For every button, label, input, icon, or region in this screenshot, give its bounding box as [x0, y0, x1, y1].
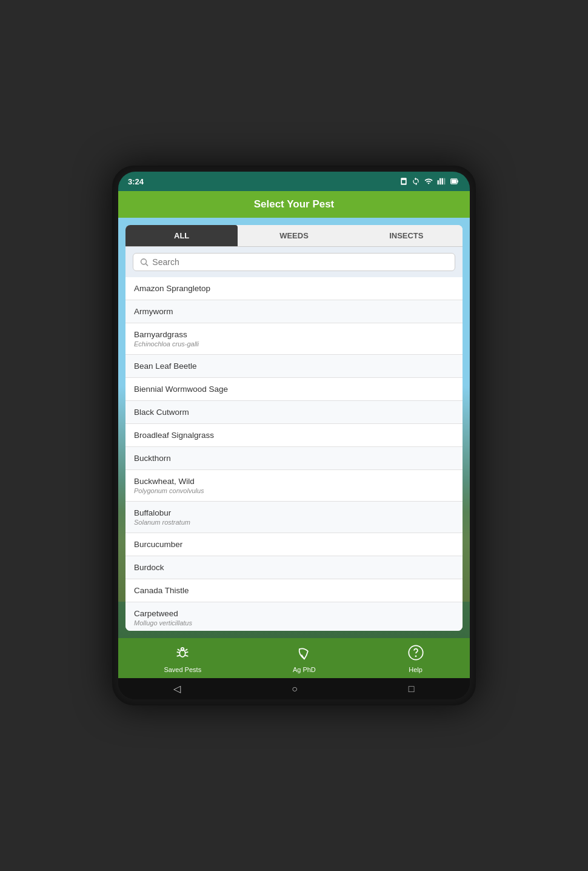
battery-icon [449, 177, 460, 186]
svg-line-14 [185, 656, 189, 656]
signal-icon [437, 177, 446, 186]
pest-list-item[interactable]: Buckwheat, WildPolygonum convolvulus [125, 470, 463, 502]
pest-name: Broadleaf Signalgrass [134, 431, 454, 440]
app-header: Select Your Pest [118, 191, 470, 218]
pest-list[interactable]: Amazon SprangletopArmywormBarnyardgrassE… [125, 277, 463, 631]
android-recent-btn[interactable]: □ [409, 684, 415, 694]
pest-name: Buckthorn [134, 454, 454, 463]
search-icon [139, 257, 149, 267]
tab-weeds[interactable]: WEEDS [238, 225, 350, 246]
pest-list-item[interactable]: Biennial Wormwood Sage [125, 378, 463, 401]
android-home-btn[interactable]: ○ [292, 684, 298, 694]
svg-point-8 [181, 648, 184, 651]
svg-line-12 [185, 652, 189, 653]
svg-line-9 [178, 649, 180, 650]
status-bar: 3:24 [118, 172, 470, 191]
android-nav: ◁ ○ □ [118, 678, 470, 699]
android-back-btn[interactable]: ◁ [173, 683, 181, 694]
nav-saved-pests[interactable]: Saved Pests [164, 644, 201, 673]
nav-ag-phd[interactable]: Ag PhD [293, 644, 316, 673]
pest-name: Bean Leaf Beetle [134, 362, 454, 371]
svg-line-6 [146, 264, 149, 266]
pest-list-item[interactable]: Broadleaf Signalgrass [125, 424, 463, 447]
pest-list-item[interactable]: Canada Thistle [125, 579, 463, 602]
nav-saved-pests-label: Saved Pests [164, 666, 201, 673]
help-icon [407, 644, 424, 664]
pest-name: Biennial Wormwood Sage [134, 385, 454, 394]
status-time: 3:24 [128, 177, 144, 186]
pest-scientific-name: Mollugo verticillatus [134, 619, 454, 627]
svg-line-11 [177, 652, 180, 653]
tab-bar: ALL WEEDS INSECTS [125, 225, 463, 247]
pest-list-item[interactable]: BuffaloburSolanum rostratum [125, 502, 463, 533]
pest-name: Carpetweed [134, 609, 454, 618]
pest-list-item[interactable]: Black Cutworm [125, 401, 463, 424]
pest-name: Burcucumber [134, 540, 454, 549]
svg-point-16 [415, 656, 416, 656]
svg-rect-4 [452, 180, 456, 183]
pest-name: Amazon Sprangletop [134, 284, 454, 293]
app-header-title: Select Your Pest [254, 198, 335, 210]
svg-rect-3 [457, 180, 458, 183]
pest-name: Barnyardgrass [134, 330, 454, 339]
nav-help[interactable]: Help [407, 644, 424, 673]
pest-list-item[interactable]: Armyworm [125, 300, 463, 323]
pest-name: Buckwheat, Wild [134, 477, 454, 486]
wifi-icon [424, 177, 433, 186]
saved-pests-icon [174, 644, 191, 664]
sim-icon [399, 177, 408, 186]
pest-scientific-name: Echinochloa crus-galli [134, 340, 454, 348]
pest-list-item[interactable]: Bean Leaf Beetle [125, 355, 463, 378]
sync-icon [412, 177, 420, 186]
pest-scientific-name: Solanum rostratum [134, 519, 454, 526]
search-container [125, 247, 463, 277]
pest-list-item[interactable]: Buckthorn [125, 447, 463, 470]
pest-name: Black Cutworm [134, 408, 454, 417]
svg-rect-1 [402, 180, 406, 184]
svg-line-13 [177, 656, 180, 656]
pest-name: Burdock [134, 563, 454, 572]
pest-list-item[interactable]: Amazon Sprangletop [125, 277, 463, 300]
content-area: ALL WEEDS INSECTS Amazon SprangletopArmy… [118, 218, 470, 638]
pest-list-item[interactable]: Burcucumber [125, 533, 463, 556]
svg-point-5 [141, 259, 147, 264]
tab-insects[interactable]: INSECTS [350, 225, 463, 246]
pest-name: Buffalobur [134, 508, 454, 517]
status-icons [399, 177, 460, 186]
device-screen: 3:24 Select Your Pest [118, 172, 470, 699]
device-frame: 3:24 Select Your Pest [112, 166, 476, 705]
pest-list-item[interactable]: Burdock [125, 556, 463, 579]
ag-phd-icon [296, 644, 313, 664]
search-input-wrapper [133, 253, 455, 271]
nav-help-label: Help [409, 666, 423, 673]
pest-scientific-name: Polygonum convolvulus [134, 487, 454, 494]
pest-list-item[interactable]: CarpetweedMollugo verticillatus [125, 602, 463, 631]
pest-list-item[interactable]: BarnyardgrassEchinochloa crus-galli [125, 323, 463, 355]
search-input[interactable] [152, 257, 449, 267]
pest-name: Armyworm [134, 307, 454, 316]
svg-line-10 [185, 649, 188, 650]
bottom-nav: Saved Pests Ag PhD [118, 638, 470, 678]
main-card: ALL WEEDS INSECTS Amazon SprangletopArmy… [125, 225, 463, 631]
tab-all[interactable]: ALL [125, 225, 238, 246]
pest-name: Canada Thistle [134, 586, 454, 595]
nav-ag-phd-label: Ag PhD [293, 666, 316, 673]
